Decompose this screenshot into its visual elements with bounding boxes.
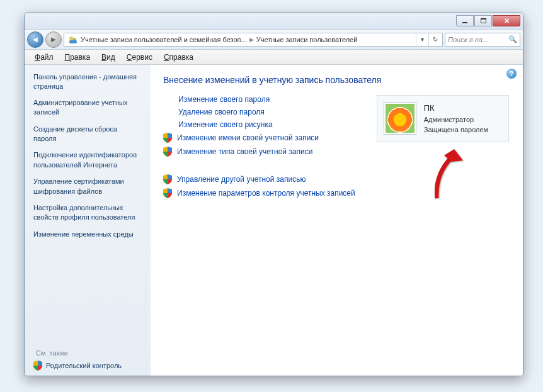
minimize-button[interactable] [456, 15, 474, 26]
see-also-label: См. также [36, 349, 142, 357]
breadcrumb-dropdown[interactable]: ▾ [416, 33, 428, 46]
content-area: Панель управления - домашняя страница Ад… [25, 65, 523, 376]
forward-button[interactable]: ► [45, 31, 62, 48]
svg-rect-2 [69, 40, 77, 43]
task-label: Изменение своего пароля [178, 95, 270, 104]
menu-view[interactable]: Вид [96, 52, 120, 63]
task-link[interactable]: Удаление своего пароля [163, 108, 355, 116]
maximize-button[interactable] [474, 15, 492, 26]
sidebar: Панель управления - домашняя страница Ад… [25, 65, 151, 376]
close-button[interactable]: ✕ [493, 15, 520, 26]
sidebar-item[interactable]: Изменение переменных среды [33, 230, 142, 240]
search-icon: 🔍 [508, 35, 517, 43]
shield-icon [163, 147, 172, 157]
menu-file[interactable]: Файл [30, 52, 59, 63]
task-label: Изменение имени своей учетной записи [177, 133, 319, 142]
task-link[interactable]: Изменение типа своей учетной записи [163, 147, 355, 157]
menu-help[interactable]: Справка [159, 52, 198, 63]
user-role: Администратор [424, 115, 488, 125]
menu-edit[interactable]: Правка [60, 52, 96, 63]
avatar [384, 102, 416, 135]
window: ✕ ◄ ► Учетные записи пользователей и сем… [24, 13, 523, 376]
address-bar[interactable]: Учетные записи пользователей и семейная … [64, 33, 443, 47]
user-account-card[interactable]: ПК Администратор Защищена паролем [377, 95, 509, 142]
menu-service[interactable]: Сервис [122, 52, 157, 63]
task-link[interactable]: Изменение своего рисунка [163, 120, 355, 129]
breadcrumb-part[interactable]: Учетные записи пользователей и семейная … [81, 36, 247, 43]
user-info: ПК Администратор Защищена паролем [424, 102, 488, 135]
control-panel-home-link[interactable]: Панель управления - домашняя страница [33, 72, 142, 92]
search-placeholder: Поиск в па... [448, 36, 488, 43]
shield-icon [163, 133, 172, 143]
menu-bar: Файл Правка Вид Сервис Справка [25, 50, 523, 65]
refresh-button[interactable]: ↻ [428, 33, 441, 46]
sidebar-item[interactable]: Администрирование учетных записей [33, 98, 142, 118]
main-panel: ? Внесение изменений в учетную запись по… [151, 65, 523, 376]
shield-icon [163, 188, 172, 198]
shield-icon [163, 174, 172, 184]
user-accounts-icon [68, 35, 78, 45]
parental-control-link[interactable]: Родительский контроль [33, 361, 142, 371]
task-label: Изменение типа своей учетной записи [177, 147, 312, 156]
nav-toolbar: ◄ ► Учетные записи пользователей и семей… [25, 30, 523, 50]
page-title: Внесение изменений в учетную запись поль… [163, 75, 510, 85]
shield-icon [33, 361, 42, 371]
chevron-right-icon: ▶ [247, 36, 256, 43]
task-label: Управление другой учетной записью [177, 175, 306, 184]
sidebar-item[interactable]: Управление сертификатами шифрования файл… [33, 177, 142, 197]
task-link[interactable]: Управление другой учетной записью [163, 174, 355, 184]
parental-control-label: Родительский контроль [46, 362, 122, 369]
task-label: Изменение параметров контроля учетных за… [177, 189, 355, 198]
task-label: Удаление своего пароля [178, 108, 265, 116]
task-link[interactable]: Изменение имени своей учетной записи [163, 133, 355, 143]
search-input[interactable]: Поиск в па... 🔍 [445, 33, 520, 47]
user-name: ПК [424, 102, 488, 115]
breadcrumb-part[interactable]: Учетные записи пользователей [256, 36, 358, 43]
back-button[interactable]: ◄ [27, 31, 43, 48]
titlebar: ✕ [25, 13, 523, 30]
task-link[interactable]: Изменение своего пароля [163, 95, 355, 104]
sidebar-item[interactable]: Настройка дополнительных свойств профиля… [33, 203, 142, 223]
task-list: Изменение своего пароляУдаление своего п… [163, 95, 355, 211]
help-icon[interactable]: ? [506, 69, 517, 79]
user-status: Защищена паролем [424, 125, 488, 135]
sidebar-item[interactable]: Создание дискеты сброса пароля [33, 125, 142, 145]
task-link[interactable]: Изменение параметров контроля учетных за… [163, 188, 355, 198]
sidebar-item[interactable]: Подключение идентификаторов пользователе… [33, 150, 142, 171]
task-label: Изменение своего рисунка [178, 120, 273, 129]
